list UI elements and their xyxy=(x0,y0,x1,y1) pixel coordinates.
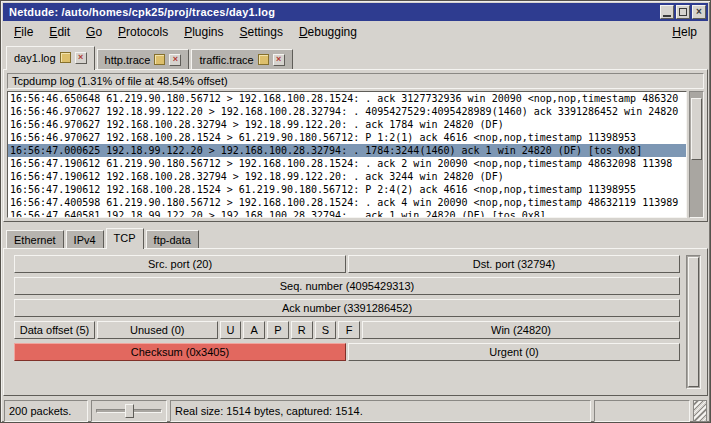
menu-settings[interactable]: Settings xyxy=(232,22,291,42)
tab-ftp-data[interactable]: ftp-data xyxy=(146,230,199,248)
statusbar-extra xyxy=(594,400,690,422)
tab-ethernet[interactable]: Ethernet xyxy=(6,230,64,248)
tcp-row-seq: Seq. number (4095429313) xyxy=(14,277,680,295)
tab-label: ftp-data xyxy=(154,234,191,246)
close-icon: × xyxy=(696,7,702,17)
menu-help[interactable]: Help xyxy=(664,22,705,42)
maximize-icon xyxy=(679,8,687,16)
trace-tabs: day1.log × http.trace × traffic.trace × xyxy=(3,45,708,69)
tcp-data-offset-field[interactable]: Data offset (5) xyxy=(14,321,95,339)
protocol-pane-scrollbar[interactable] xyxy=(686,255,701,389)
tab-ipv4[interactable]: IPv4 xyxy=(66,230,104,248)
packet-row[interactable]: 16:56:47.400598 61.219.90.180.56712 > 19… xyxy=(8,196,686,209)
menu-protocols[interactable]: Protocols xyxy=(110,22,176,42)
packet-row[interactable]: 16:56:47.190612 61.219.90.180.56712 > 19… xyxy=(8,157,686,170)
packet-row[interactable]: 16:56:47.190612 192.168.100.28.1524 > 61… xyxy=(8,183,686,196)
tcp-win-field[interactable]: Win (24820) xyxy=(362,321,680,339)
packet-list-scrollbar[interactable] xyxy=(689,91,704,218)
log-header-label: Tcpdump log (1.31% of file at 48.54% off… xyxy=(7,73,704,89)
modified-indicator-icon xyxy=(60,52,71,63)
close-icon: × xyxy=(173,55,178,64)
tcp-flag-rst-field[interactable]: R xyxy=(291,321,313,339)
tcp-row-ack: Ack number (3391286452) xyxy=(14,299,680,317)
titlebar[interactable]: Netdude: /auto/homes/cpk25/proj/traces/d… xyxy=(3,3,708,21)
tcp-row-ports: Src. port (20) Dst. port (32794) xyxy=(14,255,680,273)
packet-row[interactable]: 16:56:46.650648 61.219.90.180.56712 > 19… xyxy=(8,92,686,105)
modified-indicator-icon xyxy=(154,54,165,65)
packet-count-label: 200 packets. xyxy=(4,400,88,422)
tcp-src-port-field[interactable]: Src. port (20) xyxy=(14,255,346,273)
tcp-header-fields: Src. port (20) Dst. port (32794) Seq. nu… xyxy=(14,255,680,389)
tcp-row-checksum: Checksum (0x3405) Urgent (0) xyxy=(14,343,680,361)
tab-label: Ethernet xyxy=(14,234,56,246)
window-title: Netdude: /auto/homes/cpk25/proj/traces/d… xyxy=(9,6,658,18)
tcp-flag-syn-field[interactable]: S xyxy=(315,321,337,339)
minimize-icon xyxy=(663,15,671,17)
tab-traffic-trace[interactable]: traffic.trace × xyxy=(191,49,292,69)
menubar: File Edit Go Protocols Plugins Settings … xyxy=(3,21,708,43)
netdude-window: Netdude: /auto/homes/cpk25/proj/traces/d… xyxy=(0,0,711,423)
tab-label: IPv4 xyxy=(74,234,96,246)
resize-grip[interactable] xyxy=(693,400,707,422)
tab-label: TCP xyxy=(114,232,136,244)
packet-row[interactable]: 16:56:47.190612 192.168.100.28.32794 > 1… xyxy=(8,170,686,183)
tcp-ack-number-field[interactable]: Ack number (3391286452) xyxy=(14,299,680,317)
tab-close-button[interactable]: × xyxy=(169,54,181,66)
modified-indicator-icon xyxy=(258,54,269,65)
statusbar: 200 packets. Real size: 1514 bytes, capt… xyxy=(3,400,708,422)
packet-row[interactable]: 16:56:46.970627 192.168.100.28.1524 > 61… xyxy=(8,131,686,144)
menu-file[interactable]: File xyxy=(6,22,41,42)
packet-row[interactable]: 16:56:47.640581 192.18.99.122.20 > 192.1… xyxy=(8,209,686,218)
tab-close-button[interactable]: × xyxy=(273,54,285,66)
tcp-urgent-field[interactable]: Urgent (0) xyxy=(348,343,680,361)
tab-label: traffic.trace xyxy=(199,54,253,66)
trace-page: Tcpdump log (1.31% of file at 48.54% off… xyxy=(3,69,708,222)
tab-day1-log[interactable]: day1.log × xyxy=(6,46,95,70)
tcp-row-flags: Data offset (5) Unused (0) U A P R S F W… xyxy=(14,321,680,339)
tab-label: http.trace xyxy=(105,54,151,66)
protocol-tabs: Ethernet IPv4 TCP ftp-data xyxy=(3,227,708,248)
tab-http-trace[interactable]: http.trace × xyxy=(97,49,190,69)
packet-area: 16:56:46.650648 61.219.90.180.56712 > 19… xyxy=(7,91,704,218)
minimize-button[interactable] xyxy=(660,5,674,19)
tcp-dst-port-field[interactable]: Dst. port (32794) xyxy=(348,255,680,273)
progress-slider[interactable] xyxy=(91,400,167,422)
menu-edit[interactable]: Edit xyxy=(41,22,78,42)
packet-row[interactable]: 16:56:46.970627 192.18.99.122.20 > 192.1… xyxy=(8,105,686,118)
tab-label: day1.log xyxy=(14,52,56,64)
tcp-flag-psh-field[interactable]: P xyxy=(267,321,289,339)
close-icon: × xyxy=(78,53,83,62)
menu-plugins[interactable]: Plugins xyxy=(176,22,231,42)
packet-row[interactable]: 16:56:46.970627 192.168.100.28.32794 > 1… xyxy=(8,118,686,131)
tcp-flag-fin-field[interactable]: F xyxy=(338,321,360,339)
tcp-flag-urg-field[interactable]: U xyxy=(220,321,242,339)
packet-row-selected[interactable]: 16:56:47.000625 192.18.99.122.20 > 192.1… xyxy=(8,144,686,157)
tcp-checksum-field[interactable]: Checksum (0x3405) xyxy=(14,343,346,361)
scrollbar-thumb[interactable] xyxy=(688,257,699,387)
close-icon: × xyxy=(276,55,281,64)
tcp-seq-number-field[interactable]: Seq. number (4095429313) xyxy=(14,277,680,295)
tab-close-button[interactable]: × xyxy=(75,52,87,64)
tcp-unused-field[interactable]: Unused (0) xyxy=(97,321,218,339)
menu-debugging[interactable]: Debugging xyxy=(291,22,365,42)
packet-size-info: Real size: 1514 bytes, captured: 1514. xyxy=(170,400,591,422)
maximize-button[interactable] xyxy=(676,5,690,19)
close-button[interactable]: × xyxy=(692,5,706,19)
menu-go[interactable]: Go xyxy=(78,22,110,42)
packet-list: 16:56:46.650648 61.219.90.180.56712 > 19… xyxy=(7,91,687,218)
slider-thumb[interactable] xyxy=(125,404,134,418)
tab-tcp[interactable]: TCP xyxy=(106,228,144,249)
tcp-flag-ack-field[interactable]: A xyxy=(243,321,265,339)
tcp-header-page: Src. port (20) Dst. port (32794) Seq. nu… xyxy=(3,248,708,396)
scrollbar-thumb[interactable] xyxy=(691,98,702,160)
